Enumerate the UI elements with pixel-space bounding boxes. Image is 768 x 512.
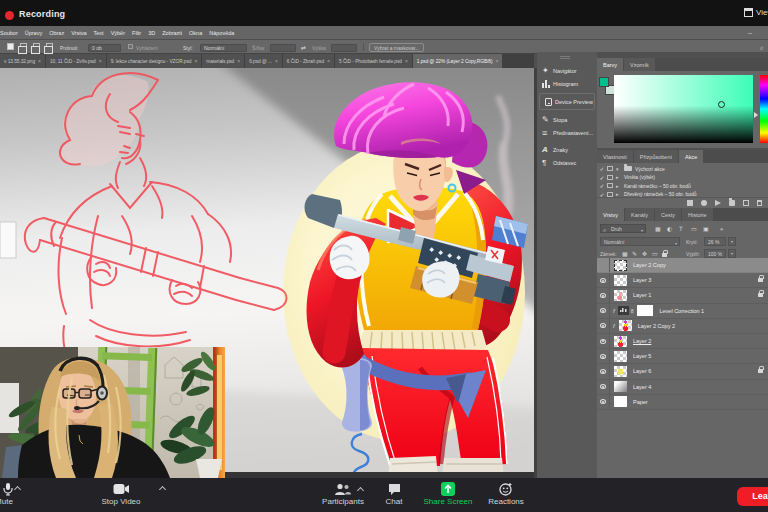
panel-button[interactable]: Znaky: [537, 143, 597, 156]
close-tab-icon[interactable]: ×: [496, 58, 499, 64]
close-tab-icon[interactable]: ×: [405, 58, 408, 64]
panel-tab[interactable]: Kanály: [625, 208, 654, 221]
webcam-video[interactable]: [0, 347, 225, 478]
panel-button[interactable]: Histogram: [537, 77, 597, 90]
document-tab[interactable]: v 13.55.32.png ×: [0, 54, 45, 68]
expander-icon[interactable]: ▾: [616, 166, 624, 172]
menu-item[interactable]: Vrstva: [71, 30, 86, 36]
check-icon[interactable]: ✓: [597, 165, 607, 172]
layer-row[interactable]: f 8 Layer 6: [597, 364, 768, 379]
layer-thumbnail[interactable]: [614, 366, 627, 377]
new-selection-icon[interactable]: [7, 43, 14, 50]
hue-slider[interactable]: [760, 75, 768, 143]
filter-pixel-icon[interactable]: ▦: [655, 225, 661, 232]
feather-input[interactable]: 0 ob: [88, 44, 121, 52]
visibility-toggle[interactable]: [597, 273, 610, 287]
visibility-toggle[interactable]: [597, 334, 610, 348]
layer-row[interactable]: f 8 Layer 2: [597, 334, 768, 349]
menu-item[interactable]: Soubor: [0, 30, 18, 36]
participants-label[interactable]: Participants: [318, 497, 368, 506]
menu-item[interactable]: Úpravy: [25, 30, 42, 36]
swap-dimensions-icon[interactable]: ⇄: [301, 44, 306, 51]
close-tab-icon[interactable]: ×: [275, 58, 278, 64]
layer-thumbnail[interactable]: [614, 275, 627, 286]
color-cursor[interactable]: [718, 101, 725, 108]
style-select[interactable]: Normální: [200, 44, 247, 52]
stop-video-icon[interactable]: [113, 483, 130, 495]
menu-item[interactable]: Text: [94, 30, 104, 36]
select-and-mask-button[interactable]: Vybrat a maskovat...: [369, 43, 424, 52]
layer-thumbnail[interactable]: [619, 320, 632, 331]
antialias-checkbox[interactable]: [128, 44, 133, 49]
panel-button[interactable]: Odstavec: [537, 156, 597, 169]
close-tab-icon[interactable]: ×: [237, 58, 240, 64]
mute-options-caret[interactable]: [15, 486, 20, 491]
stop-video-label[interactable]: Stop Video: [86, 497, 156, 506]
layer-filter-select[interactable]: Druh: [600, 224, 646, 233]
panel-tab[interactable]: Vlastnosti: [597, 150, 633, 163]
layer-row[interactable]: f 8 Level Correction 1: [597, 304, 768, 319]
participants-icon[interactable]: [333, 483, 352, 496]
check-icon[interactable]: ✓: [597, 182, 607, 189]
panel-tab[interactable]: Cesty: [655, 208, 681, 221]
panel-tab[interactable]: Barvy: [597, 58, 623, 71]
panel-tab[interactable]: Vzorník: [624, 58, 655, 71]
window-buttons[interactable]: –: [748, 29, 755, 36]
document-tab[interactable]: 9. lekce character designu - VZOR.psd ×: [107, 54, 202, 68]
visibility-toggle[interactable]: [597, 395, 610, 409]
filter-pin-icon[interactable]: ⌖: [720, 225, 723, 233]
layer-thumbnail[interactable]: [614, 290, 627, 301]
panel-tab[interactable]: Přizpůsobení: [634, 150, 678, 163]
close-tab-icon[interactable]: ×: [99, 58, 102, 64]
mute-label[interactable]: Mute: [0, 497, 24, 506]
participants-caret[interactable]: [358, 487, 363, 492]
menu-item[interactable]: Nápověda: [209, 30, 234, 36]
lock-transparent-icon[interactable]: ▦: [622, 250, 628, 257]
document-tab[interactable]: materials.psd ×: [202, 54, 244, 68]
layer-thumbnail[interactable]: [614, 336, 627, 347]
height-input[interactable]: [331, 44, 357, 52]
expander-icon[interactable]: ▸: [616, 174, 624, 180]
layer-thumbnail[interactable]: [614, 260, 627, 271]
layer-thumbnail[interactable]: [614, 351, 627, 362]
menu-item[interactable]: 3D: [148, 30, 155, 36]
record-icon[interactable]: [701, 200, 707, 206]
width-input[interactable]: [270, 44, 296, 52]
reactions-label[interactable]: Reactions: [482, 497, 530, 506]
filter-smart-icon[interactable]: ▣: [703, 225, 709, 232]
document-tab[interactable]: 5 ČtD - Photobash female.psd ×: [335, 54, 412, 68]
color-field[interactable]: [614, 75, 753, 143]
search-icon[interactable]: ⌕: [760, 44, 764, 52]
foreground-color-swatch[interactable]: [599, 77, 609, 87]
layer-row[interactable]: f 8 Layer 1: [597, 288, 768, 303]
visibility-toggle[interactable]: [597, 304, 610, 318]
layer-row[interactable]: f 8 Paper: [597, 395, 768, 410]
panel-tab[interactable]: Historie: [682, 208, 713, 221]
lock-artboard-icon[interactable]: ▭: [652, 250, 658, 257]
close-tab-icon[interactable]: ×: [194, 58, 197, 64]
subtract-selection-icon[interactable]: [33, 43, 40, 50]
layer-thumbnail[interactable]: [614, 396, 627, 407]
share-screen-label[interactable]: Share Screen: [420, 497, 476, 506]
stop-icon[interactable]: [687, 200, 693, 206]
chat-label[interactable]: Chat: [374, 497, 414, 506]
visibility-toggle[interactable]: [597, 288, 610, 302]
layer-row[interactable]: f 8 Layer 4: [597, 380, 768, 395]
filter-type-icon[interactable]: T: [679, 225, 683, 232]
visibility-toggle[interactable]: [597, 364, 610, 378]
panel-tab[interactable]: Akce: [679, 150, 703, 163]
menu-item[interactable]: Výběr: [111, 30, 125, 36]
panel-button[interactable]: Přednastavení...: [537, 126, 597, 139]
document-tab[interactable]: 1.psd @ 22% (Layer 2 Copy,RGB/8) ×: [413, 54, 503, 68]
panel-button[interactable]: Device Preview: [539, 93, 595, 110]
play-icon[interactable]: [715, 200, 721, 206]
layer-row[interactable]: f 8 Layer 2 Copy: [597, 258, 768, 273]
check-icon[interactable]: ✓: [597, 174, 607, 181]
visibility-toggle[interactable]: [597, 380, 610, 394]
close-tab-icon[interactable]: ×: [38, 58, 41, 64]
menu-item[interactable]: Zobrazit: [162, 30, 182, 36]
reactions-icon[interactable]: [499, 482, 513, 496]
opacity-value[interactable]: 26 %: [704, 237, 726, 246]
new-action-icon[interactable]: [743, 200, 749, 206]
visibility-toggle[interactable]: [597, 349, 610, 363]
